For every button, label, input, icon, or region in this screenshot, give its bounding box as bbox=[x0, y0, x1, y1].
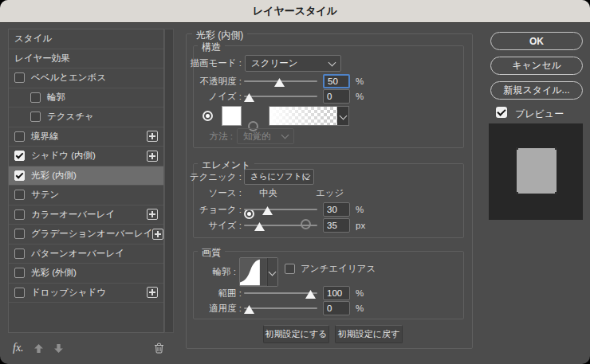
sidebar-item-styles[interactable]: スタイル bbox=[9, 29, 163, 49]
choke-input[interactable] bbox=[323, 202, 350, 217]
add-effect-icon[interactable] bbox=[147, 209, 158, 220]
dialog-titlebar[interactable]: レイヤースタイル bbox=[0, 0, 590, 23]
sidebar-item-drop-shadow[interactable]: ドロップシャドウ bbox=[9, 284, 163, 303]
add-effect-icon[interactable] bbox=[147, 151, 158, 162]
sidebar-item-contour[interactable]: 輪郭 bbox=[9, 88, 163, 108]
slider-thumb[interactable] bbox=[262, 206, 273, 215]
opacity-input[interactable] bbox=[323, 74, 350, 88]
cancel-button[interactable]: キャンセル bbox=[490, 57, 583, 75]
sidebar-item-gradient-overlay[interactable]: グラデーションオーバーレイ bbox=[9, 225, 163, 245]
move-effect-down-button[interactable] bbox=[53, 343, 64, 354]
choke-label: チョーク : bbox=[188, 202, 242, 217]
make-default-button[interactable]: 初期設定にする bbox=[263, 325, 329, 343]
contour-dropdown[interactable] bbox=[267, 258, 277, 286]
sidebar-item-label: 境界線 bbox=[31, 131, 59, 143]
gradient-dropdown[interactable] bbox=[337, 107, 348, 125]
slider-thumb[interactable] bbox=[305, 290, 316, 299]
size-label: サイズ : bbox=[188, 218, 242, 233]
sidebar-item-inner-shadow[interactable]: シャドウ (内側) bbox=[9, 147, 163, 166]
sidebar-item-label: ドロップシャドウ bbox=[31, 287, 106, 299]
sidebar-item-satin[interactable]: サテン bbox=[9, 186, 163, 205]
size-slider[interactable] bbox=[244, 219, 317, 232]
contour-checkbox[interactable] bbox=[30, 92, 41, 103]
range-slider[interactable] bbox=[244, 287, 317, 299]
noise-label: ノイズ : bbox=[188, 89, 242, 104]
color-overlay-checkbox[interactable] bbox=[14, 209, 25, 220]
sidebar-item-color-overlay[interactable]: カラーオーバーレイ bbox=[9, 205, 163, 225]
gradient-overlay-checkbox[interactable] bbox=[14, 229, 25, 239]
gradient-picker[interactable] bbox=[269, 106, 349, 126]
sidebar-item-inner-glow[interactable]: 光彩 (内側) bbox=[9, 166, 163, 186]
structure-legend: 構造 bbox=[198, 41, 225, 54]
sidebar-item-label: パターンオーバーレイ bbox=[31, 248, 124, 260]
satin-checkbox[interactable] bbox=[14, 190, 25, 200]
sidebar-item-outer-glow[interactable]: 光彩 (外側) bbox=[9, 264, 163, 284]
pattern-overlay-checkbox[interactable] bbox=[14, 249, 25, 259]
sidebar-item-blending-options[interactable]: レイヤー効果 bbox=[9, 49, 163, 69]
corner-handle bbox=[516, 147, 518, 150]
gradient-preview bbox=[269, 107, 337, 125]
add-effect-icon[interactable] bbox=[147, 287, 158, 298]
jitter-input[interactable] bbox=[323, 301, 350, 315]
sidebar-item-label: テクスチャ bbox=[47, 111, 94, 123]
technique-select[interactable]: さらにソフトに bbox=[244, 169, 314, 185]
preview-label: プレビュー bbox=[515, 108, 564, 121]
new-style-button[interactable]: 新規スタイル... bbox=[490, 81, 583, 100]
range-input[interactable] bbox=[323, 286, 350, 300]
sidebar-footer: fx. bbox=[8, 338, 174, 358]
add-effect-icon[interactable] bbox=[147, 131, 158, 142]
sidebar-item-label: スタイル bbox=[14, 33, 52, 45]
size-input[interactable] bbox=[323, 218, 350, 233]
slider-thumb[interactable] bbox=[274, 78, 285, 87]
jitter-slider[interactable] bbox=[244, 302, 317, 315]
delete-effect-button[interactable] bbox=[154, 342, 164, 354]
noise-input[interactable] bbox=[323, 89, 350, 104]
blend-mode-value: スクリーン bbox=[246, 57, 298, 69]
method-value: 知覚的 bbox=[238, 131, 271, 143]
texture-checkbox[interactable] bbox=[30, 112, 41, 122]
outer-glow-checkbox[interactable] bbox=[14, 268, 25, 278]
styles-sidebar: スタイルレイヤー効果ベベルとエンボス輪郭テクスチャ境界線シャドウ (内側)光彩 … bbox=[8, 29, 164, 333]
reset-default-button[interactable]: 初期設定に戻す bbox=[335, 325, 403, 343]
noise-unit: % bbox=[356, 89, 364, 104]
slider-thumb[interactable] bbox=[244, 305, 254, 314]
preview-checkbox[interactable] bbox=[496, 107, 507, 118]
noise-slider[interactable] bbox=[244, 90, 317, 103]
slider-thumb[interactable] bbox=[254, 222, 265, 231]
glow-color-swatch[interactable] bbox=[222, 106, 242, 126]
chevron-down-icon bbox=[281, 131, 289, 139]
sidebar-item-bevel-emboss[interactable]: ベベルとエンボス bbox=[9, 68, 163, 88]
antialias-checkbox[interactable] bbox=[285, 264, 295, 274]
sidebar-item-label: カラーオーバーレイ bbox=[31, 209, 115, 221]
blend-mode-select[interactable]: スクリーン bbox=[245, 55, 341, 72]
sidebar-item-pattern-overlay[interactable]: パターンオーバーレイ bbox=[9, 245, 163, 264]
chevron-down-icon bbox=[328, 58, 336, 66]
solid-color-radio[interactable] bbox=[203, 111, 213, 121]
opacity-slider[interactable] bbox=[244, 75, 317, 88]
sidebar-item-texture[interactable]: テクスチャ bbox=[9, 108, 163, 127]
inner-glow-checkbox[interactable] bbox=[14, 170, 25, 181]
bevel-emboss-checkbox[interactable] bbox=[14, 72, 25, 83]
sidebar-item-label: ベベルとエンボス bbox=[31, 72, 106, 84]
check-icon bbox=[497, 107, 505, 115]
sidebar-item-stroke[interactable]: 境界線 bbox=[9, 127, 163, 147]
contour-picker[interactable] bbox=[239, 257, 278, 287]
drop-shadow-checkbox[interactable] bbox=[14, 288, 25, 298]
jitter-unit: % bbox=[356, 301, 364, 315]
sidebar-scrollbar[interactable] bbox=[164, 29, 174, 333]
inner-shadow-checkbox[interactable] bbox=[14, 151, 25, 161]
choke-slider[interactable] bbox=[244, 203, 317, 216]
add-effect-icon[interactable] bbox=[152, 229, 163, 240]
sidebar-item-label: グラデーションオーバーレイ bbox=[31, 228, 152, 240]
range-unit: % bbox=[356, 286, 364, 300]
move-effect-up-button[interactable] bbox=[33, 343, 44, 354]
slider-track bbox=[244, 292, 317, 294]
stroke-checkbox[interactable] bbox=[14, 131, 25, 142]
radio-dot bbox=[206, 114, 210, 118]
corner-handle bbox=[555, 192, 557, 194]
size-unit: px bbox=[356, 218, 365, 233]
preview-layer-square bbox=[517, 148, 557, 194]
slider-thumb[interactable] bbox=[244, 93, 254, 102]
ok-button[interactable]: OK bbox=[490, 32, 583, 50]
sidebar-item-label: 光彩 (外側) bbox=[31, 267, 77, 279]
